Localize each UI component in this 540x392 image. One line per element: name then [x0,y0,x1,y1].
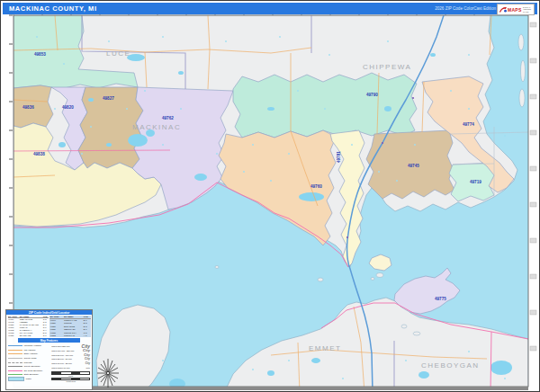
small-island [371,278,374,281]
inland-lake [106,143,112,147]
pond-speckle [180,108,182,110]
scale-bar: Miles [51,371,90,377]
zip-label-49760: 49760 [310,184,322,189]
zip-index-cell: MCMILLAN [64,334,84,337]
title-bar: MACKINAC COUNTY, MI 2026 ZIP Code ColorC… [3,3,537,14]
zip-index-cell: A-1 [83,334,90,337]
feature-label: Water [26,378,32,380]
pond-speckle [378,171,380,173]
inland-lake [88,98,94,102]
grid-cell-marker [530,166,536,171]
pond-speckle [279,36,281,38]
city-size-label: Cities Under 10,000 [51,367,69,369]
pond-speckle [342,378,344,379]
feature-sample [8,358,22,359]
city-sample-text: City [85,357,90,361]
inland-lake [418,371,429,379]
feature-sample [8,377,24,381]
inland-lake [128,134,148,147]
feature-sample [8,374,22,375]
inland-lake [58,142,66,147]
pond-speckle [36,36,38,38]
feature-sample [8,350,22,351]
pond-speckle [63,63,65,65]
small-island [376,273,383,278]
scale-label: Kilometers [51,380,90,382]
feature-label: ZIP Code Boundary [24,370,43,372]
feature-sample [8,362,22,363]
feature-label: US Highway [24,349,36,352]
inland-lake [267,107,274,111]
inland-lake [267,370,274,376]
pond-speckle [162,36,164,38]
pond-speckle [54,108,56,110]
pond-speckle [162,360,164,361]
logo-tagline: DIGITAL VECTOR MAPS [523,6,534,13]
small-island [401,325,407,328]
small-island [413,332,420,335]
feature-list: Interstate HighwayUS HighwayState Highwa… [8,343,50,382]
feature-sample [8,353,22,354]
pond-speckle [162,144,164,146]
zip-label-49820: 49820 [62,105,74,110]
map-poster: LUCECHIPPEWAMACKINACEMMETCHEBOYGAN498534… [0,0,540,392]
zip-index-tables: ZIP CodeZIP NameGrid49719CEDARVILLEC-849… [6,315,92,337]
county-label-cheboygan: CHEBOYGAN [421,361,480,370]
city-size-label: Cities 10,000 - 25,000 [51,362,71,364]
city-size-label: Cities Over 250,000 [51,345,69,347]
scale-bar: Kilometers [51,378,90,383]
grid-cell-marker [530,274,536,279]
grid-cell-marker [530,58,536,63]
pond-speckle [468,54,470,56]
pond-speckle [243,171,245,173]
legend-panel: ZIP Code Index/Grid Locator ZIP CodeZIP … [5,309,93,390]
logo-swoosh-icon [499,5,508,13]
grid-cell-marker [530,310,536,315]
compass-rose [94,357,122,389]
scale-label: Miles [51,375,90,377]
pond-speckle [270,180,272,182]
feature-sample [8,345,22,346]
zip-index-table-left: ZIP CodeZIP NameGrid49719CEDARVILLEC-849… [8,316,50,337]
pond-speckle [414,144,416,146]
county-label-chippewa: CHIPPEWA [363,63,411,71]
zip-label-49745: 49745 [408,164,419,168]
publisher-logo: MAPS DIGITAL VECTOR MAPS [497,4,535,15]
pond-speckle [288,360,290,361]
small-island [521,60,526,82]
city-sample-text: City [86,367,90,370]
grid-cell-marker [530,346,536,351]
feature-row: Water [8,377,50,381]
zip-label-49762: 49762 [162,116,174,120]
county-title: MACKINAC COUNTY, MI [3,4,97,13]
small-island [215,266,219,269]
interchange-marker [412,97,414,99]
pond-speckle [297,90,299,92]
zip-label-49827: 49827 [103,96,114,101]
pond-speckle [288,153,290,155]
interchange-marker [346,236,348,238]
city-sample-text: City [84,353,90,357]
legend-features: Interstate HighwayUS HighwayState Highwa… [6,343,92,382]
feature-label: County Road [24,357,37,360]
grid-cell-marker [530,94,536,99]
zip-index-cell: 49781 [8,334,20,337]
city-size-list: Cities Over 250,000CityCities 100,000 - … [51,343,90,382]
zip-label-49838: 49838 [33,152,45,156]
feature-label: County Boundary [24,365,40,368]
zip-index-row: 49820CURTISB-2 [50,322,91,325]
county-label-luce: LUCE [106,49,130,58]
zip-index-row: 49836GERMFASKB-1 [50,328,91,331]
pond-speckle [225,40,227,42]
edition-label: 2026 ZIP Code ColorCast Edition [435,6,496,11]
zip-label-49853: 49853 [34,52,46,57]
zip-region-49790 [233,73,417,138]
feature-label: State Boundary [24,373,39,376]
pond-speckle [328,54,330,56]
county-label-emmet: EMMET [309,344,341,352]
feature-label: State Highway [24,352,38,355]
pond-speckle [126,108,128,110]
pond-speckle [144,90,146,92]
small-island [519,89,525,107]
pond-speckle [396,180,398,182]
